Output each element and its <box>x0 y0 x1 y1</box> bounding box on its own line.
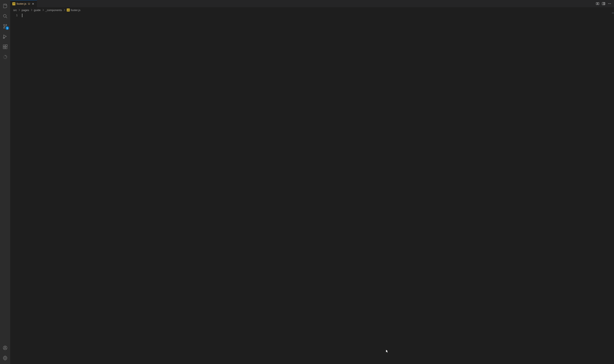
svg-rect-7 <box>5 47 7 49</box>
close-tab-icon[interactable] <box>31 2 35 6</box>
svg-point-29 <box>609 3 610 4</box>
chevron-right-icon <box>63 9 66 12</box>
svg-rect-18 <box>3 57 4 57</box>
svg-rect-25 <box>598 2 599 5</box>
breadcrumb: src pages guide _components JS footer.js <box>10 7 614 13</box>
text-cursor <box>22 14 22 17</box>
loading-spinner-icon[interactable] <box>0 52 10 62</box>
svg-point-22 <box>4 347 6 348</box>
svg-point-1 <box>6 25 7 26</box>
accounts-icon[interactable] <box>0 343 10 353</box>
svg-rect-15 <box>5 58 5 59</box>
svg-rect-14 <box>6 58 6 59</box>
line-gutter: 1 <box>10 13 22 364</box>
settings-gear-icon[interactable] <box>0 353 10 363</box>
chevron-right-icon <box>30 9 33 12</box>
svg-rect-24 <box>596 2 598 5</box>
tab-label: footer.js <box>17 2 27 5</box>
breadcrumb-file-label: footer.js <box>71 9 81 12</box>
activity-bar: 1 <box>0 0 10 364</box>
svg-rect-8 <box>6 45 7 46</box>
svg-rect-20 <box>4 55 5 56</box>
svg-point-30 <box>610 3 611 4</box>
svg-point-28 <box>608 3 609 4</box>
tab-git-status: U <box>28 2 30 5</box>
js-file-icon: JS <box>12 2 15 5</box>
source-control-badge: 1 <box>6 26 9 30</box>
svg-rect-27 <box>603 2 605 5</box>
search-icon[interactable] <box>0 11 10 21</box>
svg-point-23 <box>4 357 6 359</box>
code-editor[interactable]: 1 <box>10 13 614 364</box>
extensions-icon[interactable] <box>0 42 10 52</box>
svg-point-2 <box>4 25 5 26</box>
source-control-icon[interactable]: 1 <box>0 21 10 31</box>
breadcrumb-pages[interactable]: pages <box>22 9 29 12</box>
editor-line <box>22 13 614 17</box>
js-file-icon: JS <box>67 9 70 12</box>
chevron-right-icon <box>18 9 21 12</box>
editor-group: JS footer.js U <box>10 0 614 364</box>
svg-rect-10 <box>6 55 6 56</box>
svg-point-0 <box>3 14 6 17</box>
svg-rect-16 <box>4 58 5 59</box>
breadcrumb-components[interactable]: _components <box>45 9 62 12</box>
explorer-icon[interactable] <box>0 1 10 11</box>
svg-rect-13 <box>6 57 7 58</box>
svg-rect-19 <box>3 56 4 57</box>
svg-rect-6 <box>3 47 5 49</box>
chevron-right-icon <box>42 9 44 12</box>
svg-rect-9 <box>5 55 5 56</box>
line-number: 1 <box>10 13 18 17</box>
svg-point-3 <box>4 27 5 28</box>
svg-rect-12 <box>6 57 7 57</box>
breadcrumb-file[interactable]: JS footer.js <box>67 9 81 12</box>
run-debug-icon[interactable] <box>0 31 10 42</box>
code-area[interactable] <box>22 13 614 364</box>
svg-rect-17 <box>3 57 4 58</box>
activity-bar-top: 1 <box>0 1 10 62</box>
breadcrumb-src[interactable]: src <box>13 9 17 12</box>
svg-rect-5 <box>3 45 5 47</box>
breadcrumb-guide[interactable]: guide <box>34 9 41 12</box>
activity-bar-bottom <box>0 343 10 363</box>
tab-footer-js[interactable]: JS footer.js U <box>10 0 37 7</box>
svg-rect-11 <box>6 56 7 57</box>
compare-changes-icon[interactable] <box>595 1 600 6</box>
tab-group: JS footer.js U <box>10 0 37 7</box>
minimap-viewport-marker[interactable] <box>612 13 614 13</box>
editor-actions <box>595 0 614 7</box>
tab-bar: JS footer.js U <box>10 0 614 7</box>
more-actions-icon[interactable] <box>607 1 612 6</box>
split-editor-icon[interactable] <box>601 1 606 6</box>
